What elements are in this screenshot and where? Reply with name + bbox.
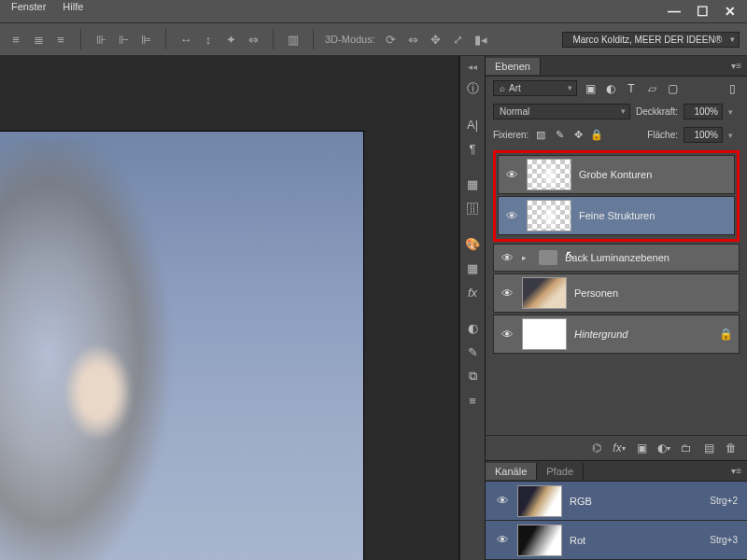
align-icon[interactable]: ≡ bbox=[52, 31, 69, 48]
layer-group-luminanz[interactable]: 👁 ▸ Back Luminanzebenen bbox=[493, 244, 740, 272]
layers-panel-footer: ⌬ fx▾ ▣ ◐▾ 🗀 ▤ 🗑 bbox=[486, 435, 747, 460]
lock-position-icon[interactable]: ✥ bbox=[571, 129, 585, 142]
styles-icon[interactable]: fx bbox=[461, 281, 484, 303]
layer-name[interactable]: Feine Strukturen bbox=[579, 210, 655, 221]
fill-input[interactable]: 100% bbox=[684, 127, 723, 143]
menu-fenster[interactable]: Fenster bbox=[11, 1, 46, 12]
layer-thumbnail[interactable] bbox=[522, 277, 567, 309]
channel-shortcut: Strg+3 bbox=[710, 535, 738, 545]
swatches-icon[interactable]: ▦ bbox=[461, 257, 484, 279]
filter-pixel-icon[interactable]: ▣ bbox=[583, 81, 598, 96]
lock-all-icon[interactable]: 🔒 bbox=[590, 129, 603, 142]
visibility-eye-icon[interactable]: 👁 bbox=[500, 287, 514, 301]
color-icon[interactable]: 🎨 bbox=[461, 232, 484, 255]
filter-shape-icon[interactable]: ▱ bbox=[644, 81, 659, 96]
folder-icon bbox=[539, 250, 557, 265]
3d-scale-icon[interactable]: ⤢ bbox=[450, 31, 467, 48]
new-group-icon[interactable]: 🗀 bbox=[678, 440, 695, 456]
properties-icon[interactable]: ≡ bbox=[461, 389, 484, 412]
filter-toggle[interactable]: ▯ bbox=[725, 81, 740, 96]
spacing-icon[interactable]: ✦ bbox=[222, 31, 239, 48]
tab-ebenen[interactable]: Ebenen bbox=[486, 58, 541, 75]
spacing-icon[interactable]: ↔ bbox=[177, 31, 194, 48]
blend-row: Normal Deckkraft: 100% ▾ bbox=[486, 100, 747, 123]
distribute-icon[interactable]: ⊩ bbox=[115, 31, 132, 48]
3d-pan-icon[interactable]: ⇔ bbox=[405, 31, 422, 48]
filter-type-icon[interactable]: T bbox=[624, 81, 639, 96]
layer-mask-icon[interactable]: ▣ bbox=[633, 440, 650, 456]
window-titlebar: — ☐ ✕ bbox=[0, 0, 747, 22]
visibility-eye-icon[interactable]: 👁 bbox=[495, 494, 510, 508]
paragraph-icon[interactable]: ¶ bbox=[461, 137, 484, 160]
collapse-icon[interactable]: ◂◂ bbox=[468, 62, 477, 72]
mode3d-label: 3D-Modus: bbox=[325, 34, 375, 45]
tab-kanaele[interactable]: Kanäle bbox=[486, 463, 537, 480]
adjustment-layer-icon[interactable]: ◐▾ bbox=[655, 440, 672, 456]
clone-icon[interactable]: ⧉ bbox=[461, 365, 484, 387]
channel-thumbnail[interactable] bbox=[517, 525, 562, 556]
opacity-input[interactable]: 100% bbox=[684, 104, 723, 119]
delete-layer-icon[interactable]: 🗑 bbox=[723, 440, 740, 456]
visibility-eye-icon[interactable]: 👁 bbox=[500, 251, 514, 265]
filter-smart-icon[interactable]: ▢ bbox=[665, 81, 680, 96]
auto-align-icon[interactable]: ▥ bbox=[285, 31, 302, 48]
lock-transparency-icon[interactable]: ▨ bbox=[534, 129, 547, 142]
distribute-icon[interactable]: ⊫ bbox=[137, 31, 154, 48]
spacing-icon[interactable]: ↕ bbox=[200, 31, 217, 48]
panel-menu-icon[interactable]: ▾≡ bbox=[726, 466, 747, 476]
channel-thumbnail[interactable] bbox=[517, 485, 562, 517]
filter-adjust-icon[interactable]: ◐ bbox=[603, 81, 618, 96]
link-layers-icon[interactable]: ⌬ bbox=[588, 440, 605, 456]
layer-row-grobe-konturen[interactable]: 👁 Grobe Konturen bbox=[498, 155, 735, 194]
layer-row-personen[interactable]: 👁 Personen bbox=[493, 273, 740, 313]
layer-name[interactable]: Grobe Konturen bbox=[579, 169, 652, 180]
layer-name[interactable]: Hintergrund bbox=[574, 329, 627, 340]
separator bbox=[273, 29, 274, 49]
visibility-eye-icon[interactable]: 👁 bbox=[495, 533, 510, 547]
layer-thumbnail[interactable] bbox=[527, 200, 571, 231]
chevron-down-icon[interactable]: ▾ bbox=[728, 107, 740, 117]
chevron-down-icon[interactable]: ▾ bbox=[728, 131, 740, 140]
visibility-eye-icon[interactable]: 👁 bbox=[500, 328, 514, 342]
brush-icon[interactable]: ✎ bbox=[461, 341, 484, 363]
close-button[interactable]: ✕ bbox=[723, 5, 738, 18]
histogram-icon[interactable]: ⿲ bbox=[461, 197, 484, 219]
expand-triangle-icon[interactable]: ▸ bbox=[522, 253, 531, 262]
canvas-area[interactable] bbox=[0, 56, 459, 560]
info-icon[interactable]: ⓘ bbox=[461, 77, 484, 100]
spacing-icon[interactable]: ⇔ bbox=[245, 31, 261, 48]
distribute-icon[interactable]: ⊪ bbox=[92, 31, 109, 48]
tab-pfade[interactable]: Pfade bbox=[537, 463, 584, 480]
visibility-eye-icon[interactable]: 👁 bbox=[504, 168, 519, 182]
character-icon[interactable]: A| bbox=[461, 113, 484, 135]
separator bbox=[80, 29, 81, 49]
visibility-eye-icon[interactable]: 👁 bbox=[504, 209, 519, 223]
align-icon[interactable]: ≡ bbox=[7, 31, 24, 48]
new-layer-icon[interactable]: ▤ bbox=[700, 440, 717, 456]
channel-row-rgb[interactable]: 👁 RGB Strg+2 bbox=[486, 482, 747, 521]
align-icon[interactable]: ≣ bbox=[30, 31, 47, 48]
layer-name[interactable]: Personen bbox=[574, 287, 618, 299]
channel-name: RGB bbox=[570, 496, 592, 507]
layer-name[interactable]: Back Luminanzebenen bbox=[565, 252, 669, 263]
3d-orbit-icon[interactable]: ⟳ bbox=[383, 31, 400, 48]
menu-hilfe[interactable]: Hilfe bbox=[63, 1, 83, 12]
panel-menu-icon[interactable]: ▾≡ bbox=[726, 61, 747, 71]
channel-row-rot[interactable]: 👁 Rot Strg+3 bbox=[486, 521, 747, 560]
layer-row-feine-strukturen[interactable]: 👁 Feine Strukturen bbox=[498, 196, 735, 235]
layer-thumbnail[interactable] bbox=[527, 159, 571, 190]
lock-pixels-icon[interactable]: ✎ bbox=[553, 129, 566, 142]
navigator-icon[interactable]: ▦ bbox=[461, 173, 484, 195]
layers-tabbar: Ebenen ▾≡ bbox=[486, 56, 747, 77]
minimize-button[interactable]: — bbox=[667, 5, 682, 18]
layer-fx-icon[interactable]: fx▾ bbox=[611, 440, 627, 456]
3d-move-icon[interactable]: ✥ bbox=[428, 31, 444, 48]
adjustments-icon[interactable]: ◐ bbox=[461, 316, 484, 339]
layer-row-hintergrund[interactable]: 👁 Hintergrund 🔒 bbox=[493, 315, 740, 354]
layer-thumbnail[interactable] bbox=[522, 318, 567, 350]
blend-mode-select[interactable]: Normal bbox=[493, 104, 630, 119]
workspace-switcher[interactable]: Marco Kolditz, MEER DER IDEEN® bbox=[562, 32, 740, 48]
3d-camera-icon[interactable]: ▮◂ bbox=[472, 31, 489, 48]
maximize-button[interactable]: ☐ bbox=[695, 5, 710, 18]
filter-type-select[interactable]: ⌕Art bbox=[493, 80, 577, 96]
